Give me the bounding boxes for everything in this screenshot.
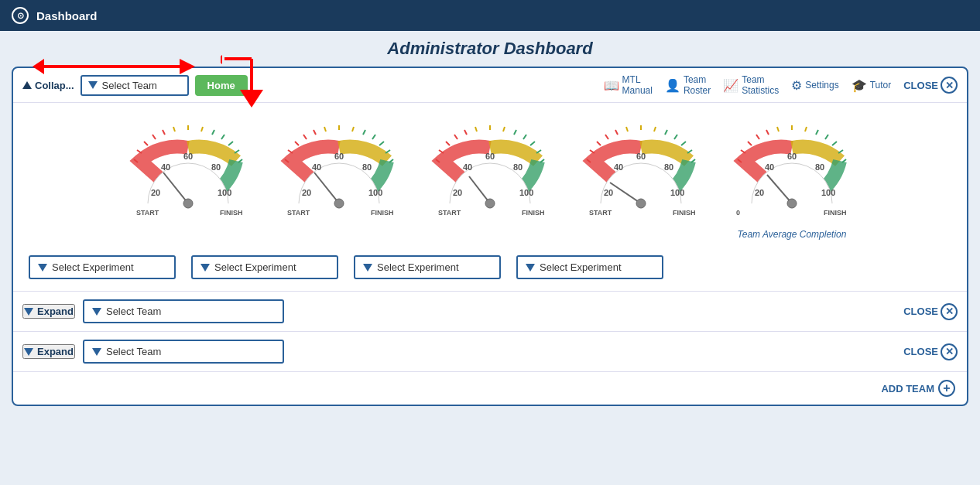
svg-line-66	[530, 142, 535, 145]
svg-line-41	[372, 135, 375, 139]
tutor-link[interactable]: 🎓 Tutor	[852, 78, 892, 93]
svg-text:60: 60	[485, 152, 494, 161]
svg-text:80: 80	[362, 162, 372, 172]
exp-arrow-4	[526, 264, 535, 272]
svg-line-34	[295, 142, 299, 145]
team-dropdown-row-1[interactable]: Select Team	[83, 299, 284, 323]
svg-text:FINISH: FINISH	[673, 209, 696, 217]
exp-arrow-1	[38, 264, 47, 272]
svg-line-18	[228, 142, 233, 145]
svg-line-10	[144, 142, 148, 145]
svg-text:60: 60	[183, 152, 192, 161]
gauge-avg: 20 40 60 80 100 0 FINISH	[728, 114, 856, 223]
close-button-main[interactable]: CLOSE ✕	[903, 77, 958, 94]
experiment-dropdown-2[interactable]: Select Experiment	[191, 255, 338, 279]
svg-line-42	[379, 142, 384, 145]
svg-text:START: START	[438, 209, 461, 217]
gauge-2: 20 40 60 80 100 START FINISH	[276, 114, 403, 223]
svg-line-84	[615, 130, 618, 135]
svg-line-88	[665, 130, 667, 135]
exp-arrow-2	[200, 264, 210, 272]
svg-line-87	[654, 127, 656, 131]
svg-line-106	[748, 142, 752, 145]
expand-button-2[interactable]: Expand	[22, 344, 75, 359]
team-statistics-label: TeamStatistics	[742, 74, 779, 96]
expand-label-1: Expand	[37, 306, 74, 317]
svg-text:40: 40	[765, 162, 774, 172]
svg-text:100: 100	[218, 188, 231, 197]
red-arrow-annotation	[221, 55, 283, 109]
gauge-3-container: 20 40 60 80 100 START FINISH	[427, 114, 554, 223]
expand-label-2: Expand	[37, 346, 74, 357]
svg-line-16	[212, 130, 214, 135]
main-content: Administrator Dashboard Collap...	[0, 31, 980, 414]
svg-text:60: 60	[786, 152, 796, 161]
team-roster-label: TeamRoster	[684, 74, 711, 96]
svg-line-112	[816, 130, 818, 135]
roster-icon: 👤	[665, 78, 680, 93]
app-title: Dashboard	[36, 9, 97, 22]
gauge-avg-container: 20 40 60 80 100 0 FINISH Team Average Co…	[728, 114, 856, 240]
book-icon: 📖	[604, 78, 619, 93]
add-team-row: ADD TEAM +	[13, 371, 967, 405]
svg-text:FINISH: FINISH	[220, 209, 243, 217]
team-dropdown-row-2[interactable]: Select Team	[83, 340, 284, 364]
svg-line-63	[503, 127, 505, 131]
svg-line-82	[597, 142, 601, 145]
svg-text:START: START	[287, 209, 310, 217]
gauge-4-container: 20 40 60 80 100 START FINISH	[577, 114, 705, 223]
team-arrow-1	[92, 308, 101, 316]
svg-line-64	[514, 130, 516, 135]
close-label: CLOSE	[903, 80, 938, 91]
svg-line-108	[766, 130, 769, 135]
svg-line-36	[314, 130, 316, 135]
svg-text:40: 40	[463, 162, 472, 172]
svg-line-11	[152, 135, 156, 139]
team-label-1: Select Team	[106, 306, 161, 317]
team-roster-link[interactable]: 👤 TeamRoster	[665, 74, 711, 96]
svg-line-90	[681, 142, 686, 145]
svg-text:20: 20	[604, 188, 613, 197]
svg-line-17	[221, 135, 224, 139]
settings-label: Settings	[805, 80, 838, 91]
svg-text:40: 40	[614, 162, 623, 172]
svg-marker-3	[221, 55, 222, 64]
experiments-row: Select Experiment Select Experiment Sele…	[13, 251, 967, 291]
mtl-manual-link[interactable]: 📖 MTLManual	[604, 74, 653, 96]
svg-line-114	[832, 142, 837, 145]
svg-text:80: 80	[513, 162, 523, 172]
settings-link[interactable]: ⚙ Settings	[791, 78, 838, 93]
experiment-dropdown-1[interactable]: Select Experiment	[29, 255, 176, 279]
close-x-icon: ✕	[941, 77, 958, 94]
svg-text:100: 100	[821, 188, 835, 197]
team-statistics-link[interactable]: 📈 TeamStatistics	[723, 74, 779, 96]
tutor-icon: 🎓	[852, 78, 867, 93]
add-team-button[interactable]: ADD TEAM +	[881, 380, 955, 397]
svg-line-113	[825, 135, 828, 139]
svg-line-13	[173, 127, 175, 131]
close-button-row-2[interactable]: CLOSE ✕	[903, 343, 958, 360]
gauge-avg-label: Team Average Completion	[738, 229, 847, 240]
svg-point-124	[787, 199, 797, 208]
main-panel: Collap... Select Team Home 📖 MTLManual 👤…	[12, 67, 968, 406]
close-label-row-1: CLOSE	[903, 306, 938, 317]
svg-line-109	[777, 127, 779, 131]
svg-text:20: 20	[302, 188, 311, 197]
close-button-row-1[interactable]: CLOSE ✕	[903, 303, 958, 320]
experiment-dropdown-3[interactable]: Select Experiment	[354, 255, 501, 279]
experiment-dropdown-4[interactable]: Select Experiment	[516, 255, 663, 279]
gauge-3: 20 40 60 80 100 START FINISH	[427, 114, 554, 223]
tutor-label: Tutor	[870, 80, 892, 91]
svg-marker-5	[180, 59, 195, 74]
expand-button-1[interactable]: Expand	[22, 304, 75, 319]
svg-text:0: 0	[736, 209, 740, 217]
exp-label-4: Select Experiment	[540, 261, 622, 273]
expand-arrow-1	[24, 308, 33, 316]
expand-arrow-2	[24, 348, 33, 356]
add-circle-icon: +	[938, 380, 955, 397]
gauge-1-container: 20 40 60 80 100 START FINISH	[125, 114, 252, 223]
gauge-1: 20 40 60 80 100 START FINISH	[125, 114, 252, 223]
close-x-icon-row-2: ✕	[941, 343, 958, 360]
svg-text:80: 80	[211, 162, 221, 172]
top-bar: ⊙ Dashboard	[0, 0, 980, 31]
